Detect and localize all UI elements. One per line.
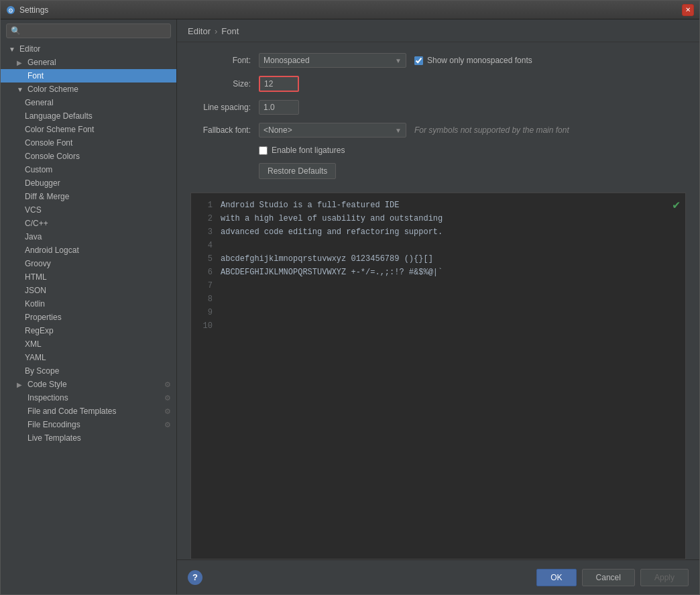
fallback-select[interactable]: <None> ▼ bbox=[259, 123, 406, 138]
help-button[interactable]: ? bbox=[188, 570, 202, 585]
sidebar: 🔍 ▼ Editor ▶ General ▶ Font bbox=[1, 19, 177, 594]
sidebar-item-label: Groovy bbox=[25, 259, 51, 268]
sidebar-item-editor[interactable]: ▼ Editor bbox=[1, 42, 176, 56]
font-row: Font: Monospaced ▼ Show only monospaced … bbox=[190, 53, 686, 68]
line-number: 4 bbox=[196, 239, 213, 252]
sidebar-item-android-logcat[interactable]: Android Logcat bbox=[1, 244, 176, 257]
sidebar-item-kotlin[interactable]: Kotlin bbox=[1, 297, 176, 311]
show-monospaced-row: Show only monospaced fonts bbox=[414, 56, 532, 65]
restore-defaults-container: Restore Defaults bbox=[190, 163, 686, 179]
sidebar-item-label: Kotlin bbox=[25, 299, 45, 309]
sidebar-item-label: File and Code Templates bbox=[27, 407, 117, 416]
restore-defaults-button[interactable]: Restore Defaults bbox=[259, 163, 336, 179]
preview-line: 4 bbox=[191, 239, 685, 252]
ok-button[interactable]: OK bbox=[536, 569, 576, 586]
sidebar-item-cs-general[interactable]: General bbox=[1, 96, 176, 109]
sidebar-item-label: Language Defaults bbox=[25, 111, 93, 121]
arrow-icon: ▶ bbox=[17, 59, 25, 66]
title-bar: ⚙ Settings ✕ bbox=[1, 1, 699, 19]
line-number: 5 bbox=[196, 253, 213, 265]
sidebar-item-label: Color Scheme Font bbox=[25, 125, 94, 134]
close-button[interactable]: ✕ bbox=[682, 4, 694, 16]
sidebar-item-console-font[interactable]: Console Font bbox=[1, 136, 176, 150]
ligatures-row: Enable font ligatures bbox=[190, 146, 686, 155]
sidebar-item-label: By Scope bbox=[25, 366, 59, 376]
sidebar-item-label: Console Colors bbox=[25, 152, 80, 161]
svg-text:⚙: ⚙ bbox=[8, 7, 13, 14]
sidebar-item-label: Properties bbox=[25, 313, 62, 322]
show-monospaced-checkbox[interactable] bbox=[414, 56, 423, 65]
breadcrumb-current: Font bbox=[221, 26, 239, 36]
sidebar-item-language-defaults[interactable]: Language Defaults bbox=[1, 109, 176, 123]
apply-button[interactable]: Apply bbox=[640, 569, 689, 586]
main-content: 🔍 ▼ Editor ▶ General ▶ Font bbox=[1, 19, 699, 594]
gear-icon: ⚙ bbox=[164, 394, 171, 402]
preview-line: 10 bbox=[191, 319, 685, 333]
ligatures-checkbox[interactable] bbox=[259, 146, 268, 155]
sidebar-item-color-scheme[interactable]: ▼ Color Scheme bbox=[1, 83, 176, 96]
gear-icon: ⚙ bbox=[164, 421, 171, 429]
breadcrumb: Editor › Font bbox=[177, 19, 699, 42]
sidebar-item-label: Editor bbox=[19, 44, 40, 54]
fallback-label: Fallback font: bbox=[190, 125, 251, 135]
line-spacing-input[interactable] bbox=[259, 100, 299, 115]
line-spacing-row: Line spacing: bbox=[190, 100, 686, 115]
tree-items: ▼ Editor ▶ General ▶ Font ▼ Color Scheme bbox=[1, 42, 176, 594]
font-select[interactable]: Monospaced ▼ bbox=[259, 53, 406, 68]
line-content: with a high level of usability and outst… bbox=[221, 213, 443, 225]
sidebar-item-color-scheme-font[interactable]: Color Scheme Font bbox=[1, 123, 176, 136]
sidebar-item-properties[interactable]: Properties bbox=[1, 311, 176, 324]
sidebar-item-general[interactable]: ▶ General bbox=[1, 56, 176, 69]
sidebar-item-code-style[interactable]: ▶ Code Style ⚙ bbox=[1, 378, 176, 391]
line-number: 8 bbox=[196, 293, 213, 305]
size-input[interactable]: 12 bbox=[259, 76, 299, 92]
sidebar-item-groovy[interactable]: Groovy bbox=[1, 257, 176, 270]
sidebar-item-label: File Encodings bbox=[27, 420, 80, 429]
gear-icon: ⚙ bbox=[164, 407, 171, 416]
preview-line: 8 bbox=[191, 292, 685, 306]
sidebar-item-label: HTML bbox=[25, 272, 47, 282]
sidebar-item-html[interactable]: HTML bbox=[1, 270, 176, 284]
sidebar-item-font[interactable]: ▶ Font bbox=[1, 69, 176, 83]
sidebar-item-label: Custom bbox=[25, 165, 52, 174]
line-number: 9 bbox=[196, 307, 213, 319]
sidebar-item-debugger[interactable]: Debugger bbox=[1, 176, 176, 190]
sidebar-item-label: VCS bbox=[25, 205, 42, 215]
arrow-icon: ▼ bbox=[17, 86, 25, 93]
sidebar-item-json[interactable]: JSON bbox=[1, 284, 176, 297]
sidebar-item-by-scope[interactable]: By Scope bbox=[1, 364, 176, 378]
sidebar-item-label: General bbox=[25, 98, 54, 107]
sidebar-item-label: YAML bbox=[25, 353, 46, 362]
sidebar-item-java[interactable]: Java bbox=[1, 230, 176, 244]
sidebar-item-file-encodings[interactable]: ▶ File Encodings ⚙ bbox=[1, 418, 176, 431]
sidebar-item-live-templates[interactable]: ▶ Live Templates bbox=[1, 431, 176, 445]
sidebar-item-label: JSON bbox=[25, 286, 46, 295]
sidebar-item-label: C/C++ bbox=[25, 219, 48, 228]
arrow-icon: ▶ bbox=[17, 381, 25, 388]
sidebar-item-cpp[interactable]: C/C++ bbox=[1, 217, 176, 230]
preview-line: 3 advanced code editing and refactoring … bbox=[191, 225, 685, 239]
preview-area: 1 Android Studio is a full-featured IDE … bbox=[190, 193, 686, 559]
cancel-button[interactable]: Cancel bbox=[582, 569, 635, 586]
search-input[interactable] bbox=[23, 26, 166, 36]
show-monospaced-label: Show only monospaced fonts bbox=[427, 56, 532, 65]
line-content: ABCDEFGHIJKLMNOPQRSTUVWXYZ +-*/=.,;:!? #… bbox=[221, 266, 443, 278]
preview-line: 6 ABCDEFGHIJKLMNOPQRSTUVWXYZ +-*/=.,;:!?… bbox=[191, 266, 685, 279]
sidebar-item-inspections[interactable]: ▶ Inspections ⚙ bbox=[1, 391, 176, 404]
search-box[interactable]: 🔍 bbox=[6, 23, 171, 38]
sidebar-item-yaml[interactable]: YAML bbox=[1, 351, 176, 364]
sidebar-item-label: Color Scheme bbox=[27, 85, 78, 94]
sidebar-item-console-colors[interactable]: Console Colors bbox=[1, 150, 176, 163]
sidebar-item-file-code-templates[interactable]: ▶ File and Code Templates ⚙ bbox=[1, 404, 176, 418]
sidebar-item-custom[interactable]: Custom bbox=[1, 163, 176, 176]
preview-line: 1 Android Studio is a full-featured IDE bbox=[191, 199, 685, 212]
line-content: abcdefghijklmnopqrstuvwxyz 0123456789 ()… bbox=[221, 253, 433, 265]
preview-line: 2 with a high level of usability and out… bbox=[191, 212, 685, 225]
line-spacing-label: Line spacing: bbox=[190, 103, 251, 112]
sidebar-item-xml[interactable]: XML bbox=[1, 337, 176, 351]
sidebar-item-diff-merge[interactable]: Diff & Merge bbox=[1, 190, 176, 203]
sidebar-item-regexp[interactable]: RegExp bbox=[1, 324, 176, 337]
sidebar-item-vcs[interactable]: VCS bbox=[1, 203, 176, 217]
sidebar-item-label: Diff & Merge bbox=[25, 192, 69, 201]
sidebar-item-label: XML bbox=[25, 339, 42, 349]
